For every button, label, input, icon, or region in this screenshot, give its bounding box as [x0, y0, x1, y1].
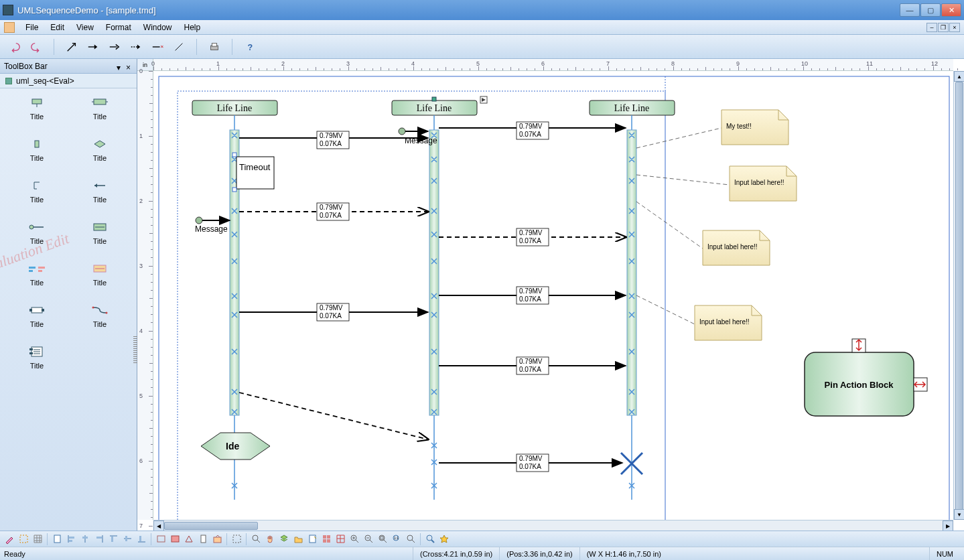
btb-redgrid-icon[interactable]: [334, 533, 347, 546]
svg-point-147: [379, 535, 385, 541]
arrow-tool-1[interactable]: [62, 38, 81, 56]
mdi-restore-button[interactable]: ❐: [938, 23, 949, 32]
btb-zoomsel-icon[interactable]: [404, 533, 417, 546]
activation-2[interactable]: [429, 130, 439, 415]
canvas[interactable]: Life Line Life Line Life Line: [153, 71, 953, 520]
svg-rect-119: [82, 537, 88, 539]
tool-item-5[interactable]: Title: [5, 180, 68, 204]
tool-item-4[interactable]: Title: [68, 138, 131, 162]
lifeline-1[interactable]: Life Line: [192, 100, 277, 115]
ruler-vertical: 01234567: [137, 71, 153, 520]
btb-zoom100-icon[interactable]: 1:1: [390, 533, 403, 546]
minimize-button[interactable]: —: [900, 3, 920, 17]
tool-item-1[interactable]: Title: [5, 96, 68, 121]
arrow-tool-5[interactable]: ×: [148, 38, 167, 56]
btb-export-icon[interactable]: [210, 533, 224, 546]
arrow-tool-3[interactable]: [105, 38, 124, 56]
btb-layers-icon[interactable]: [277, 533, 291, 546]
menu-file[interactable]: File: [20, 21, 44, 33]
svg-rect-125: [125, 536, 127, 541]
help-button[interactable]: ?: [240, 38, 259, 56]
btb-align-b-icon[interactable]: [135, 533, 148, 546]
tool-item-9[interactable]: Title: [5, 263, 68, 287]
btb-align-t-icon[interactable]: [107, 533, 120, 546]
scrollbar-horizontal[interactable]: ◀ ▶: [153, 520, 953, 531]
btb-tri-icon[interactable]: [182, 533, 196, 546]
scroll-down-button[interactable]: ▼: [954, 509, 964, 520]
btb-select-icon[interactable]: [17, 533, 30, 546]
btb-grid-icon[interactable]: [31, 533, 44, 546]
btb-shape2-icon[interactable]: [168, 533, 182, 546]
lifeline-3[interactable]: Life Line: [590, 100, 675, 115]
note-3[interactable]: Input label here!!: [703, 230, 770, 265]
tool-item-7[interactable]: Title: [5, 221, 68, 245]
btb-draw-icon[interactable]: [3, 533, 16, 546]
btb-fit-icon[interactable]: [230, 533, 243, 546]
menu-format[interactable]: Format: [100, 21, 137, 33]
btb-page-icon[interactable]: [50, 533, 64, 546]
svg-rect-132: [233, 535, 240, 543]
scrollbar-vertical[interactable]: ▲ ▼: [953, 71, 964, 520]
scroll-right-button[interactable]: ▶: [943, 520, 953, 531]
scroll-thumb-v[interactable]: [955, 82, 963, 510]
menu-edit[interactable]: Edit: [45, 21, 70, 33]
btb-doc-icon[interactable]: [196, 533, 210, 546]
arrow-tool-2[interactable]: [84, 38, 102, 56]
svg-rect-32: [29, 309, 32, 311]
activation-3[interactable]: [627, 130, 636, 415]
line-tool[interactable]: [169, 38, 188, 56]
toolbox-tab[interactable]: uml_seq-<Eval>: [0, 74, 137, 88]
svg-text:0.07KA: 0.07KA: [519, 463, 541, 470]
close-button[interactable]: ✕: [941, 3, 961, 17]
mdi-close-button[interactable]: ×: [949, 23, 960, 32]
diagram-svg[interactable]: Life Line Life Line Life Line: [153, 71, 953, 520]
tool-item-10[interactable]: Title: [68, 263, 131, 287]
tool-item-11[interactable]: Title: [5, 304, 68, 328]
btb-grid2-icon[interactable]: [320, 533, 333, 546]
timeout-box[interactable]: Timeout: [232, 153, 274, 192]
menu-window[interactable]: Window: [138, 21, 178, 33]
tool-item-13[interactable]: Title: [5, 346, 68, 370]
window-title: UMLSequenceDemo - [sample.tmd]: [17, 5, 900, 15]
svg-point-34: [92, 307, 94, 309]
scroll-thumb-h[interactable]: [164, 522, 258, 530]
btb-hand-icon[interactable]: [263, 533, 277, 546]
print-button[interactable]: [205, 38, 224, 56]
maximize-button[interactable]: ▢: [920, 3, 941, 17]
svg-text:0.07KA: 0.07KA: [519, 295, 541, 303]
btb-new-icon[interactable]: [305, 533, 319, 546]
scroll-up-button[interactable]: ▲: [954, 71, 964, 82]
btb-zoomout-icon[interactable]: [362, 533, 375, 546]
note-2[interactable]: Input label here!!: [730, 166, 797, 201]
redo-button[interactable]: [27, 38, 46, 56]
svg-text:Ide: Ide: [226, 441, 239, 451]
btb-shape1-icon[interactable]: [154, 533, 167, 546]
btb-align-l-icon[interactable]: [64, 533, 78, 546]
btb-star-icon[interactable]: [437, 533, 451, 546]
arrow-tool-4[interactable]: [127, 38, 145, 56]
svg-rect-136: [323, 535, 326, 539]
btb-folder-icon[interactable]: [291, 533, 305, 546]
undo-button[interactable]: [5, 38, 24, 56]
tool-item-8[interactable]: Title: [68, 221, 131, 245]
btb-align-c-icon[interactable]: [78, 533, 92, 546]
tool-item-3[interactable]: Title: [5, 138, 68, 162]
tool-item-12[interactable]: Title: [68, 304, 131, 328]
btb-zoomin-icon[interactable]: [348, 533, 361, 546]
tool-item-2[interactable]: Title: [68, 96, 131, 121]
note-1[interactable]: My test!!: [721, 110, 788, 145]
btb-align-m-icon[interactable]: [121, 533, 134, 546]
btb-find-icon[interactable]: [423, 533, 437, 546]
btb-zoomfit-icon[interactable]: [376, 533, 389, 546]
scroll-left-button[interactable]: ◀: [153, 520, 164, 531]
mdi-minimize-button[interactable]: –: [926, 23, 937, 32]
btb-align-r-icon[interactable]: [92, 533, 106, 546]
bottom-toolbar: 1:1: [0, 531, 964, 547]
note-4[interactable]: Input label here!!: [695, 305, 762, 340]
tool-item-6[interactable]: Title: [68, 180, 131, 204]
toolbox-pin-icon[interactable]: ▾: [117, 63, 123, 70]
btb-zoom-icon[interactable]: [249, 533, 263, 546]
toolbox-close-icon[interactable]: ×: [126, 63, 133, 70]
menu-view[interactable]: View: [71, 21, 99, 33]
menu-help[interactable]: Help: [179, 21, 206, 33]
